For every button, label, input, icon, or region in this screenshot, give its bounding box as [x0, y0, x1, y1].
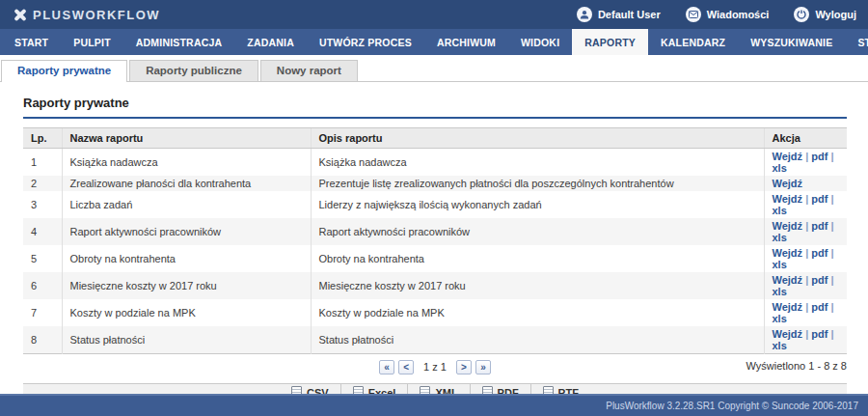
top-bar: PLUSWORKFLOW Default User Wiadomości Wyl…: [0, 0, 868, 29]
action-wejdz-link[interactable]: Wejdź: [773, 193, 803, 205]
app-logo-text: PLUSWORKFLOW: [33, 8, 160, 22]
previous-page-button[interactable]: <: [398, 360, 414, 374]
row-actions-cell: Wejdź | pdf | xls: [764, 245, 847, 272]
action-wejdz-link[interactable]: Wejdź: [773, 151, 803, 162]
action-wejdz-link[interactable]: Wejdź: [773, 247, 803, 259]
title-divider: [23, 117, 847, 119]
nav-item-statystyki[interactable]: STATYSTYKI: [845, 29, 868, 55]
current-user-menu[interactable]: Default User: [577, 7, 661, 22]
table-row: 1Książka nadawczaKsiążka nadawczaWejdź |…: [23, 149, 847, 177]
row-lp-cell: 2: [23, 176, 62, 191]
column-header-opis: Opis raportu: [311, 128, 764, 149]
pagination: « < 1 z 1 > » Wyświetlono 1 - 8 z 8: [23, 354, 847, 379]
row-lp-cell: 5: [23, 245, 62, 272]
row-actions-cell: Wejdź | pdf | xls: [764, 191, 847, 218]
nav-item-widoki[interactable]: WIDOKI: [508, 29, 572, 55]
table-header-row: Lp. Nazwa raportu Opis raportu Akcja: [23, 128, 847, 149]
row-description-cell: Liderzy z największą ilością wykonanych …: [311, 191, 764, 218]
row-lp-cell: 1: [23, 149, 62, 177]
last-page-button[interactable]: »: [475, 360, 491, 374]
action-separator: |: [827, 220, 833, 232]
row-description-cell: Miesięczne koszty w 2017 roku: [311, 272, 764, 299]
column-header-lp: Lp.: [23, 128, 62, 149]
action-xls-link[interactable]: xls: [773, 232, 787, 243]
action-wejdz-link[interactable]: Wejdź: [773, 301, 803, 313]
action-xls-link[interactable]: xls: [773, 259, 787, 270]
tab-nowy-raport[interactable]: Nowy raport: [260, 60, 358, 81]
table-row: 4Raport aktywności pracownikówRaport akt…: [23, 218, 847, 245]
action-xls-link[interactable]: xls: [773, 313, 787, 324]
action-pdf-link[interactable]: pdf: [811, 301, 827, 313]
footer: PlusWorkflow 3.2.28.SR1 Copyright © Sunc…: [0, 394, 868, 416]
row-description-cell: Status płatności: [311, 326, 764, 354]
nav-item-utworz-proces[interactable]: UTWÓRZ PROCES: [307, 29, 424, 55]
action-pdf-link[interactable]: pdf: [811, 220, 827, 232]
row-lp-cell: 6: [23, 272, 62, 299]
column-header-nazwa: Nazwa raportu: [62, 128, 311, 149]
next-page-button[interactable]: >: [456, 360, 472, 374]
row-lp-cell: 7: [23, 299, 62, 326]
report-tabs: Raporty prywatneRaporty publiczneNowy ra…: [0, 55, 868, 82]
row-description-cell: Raport aktywności pracowników: [311, 218, 764, 245]
footer-version-text: PlusWorkflow 3.2.28.SR1 Copyright © Sunc…: [606, 401, 858, 411]
content-area: Raporty prywatne Lp. Nazwa raportu Opis …: [0, 82, 868, 402]
logout-button[interactable]: Wyloguj: [794, 7, 856, 22]
nav-item-zadania[interactable]: ZADANIA: [234, 29, 307, 55]
nav-item-kalendarz[interactable]: KALENDARZ: [648, 29, 738, 55]
action-pdf-link[interactable]: pdf: [811, 274, 827, 286]
action-xls-link[interactable]: xls: [773, 205, 787, 216]
user-icon: [577, 7, 592, 22]
action-wejdz-link[interactable]: Wejdź: [773, 328, 803, 340]
action-separator: |: [802, 328, 811, 340]
action-separator: |: [802, 151, 811, 162]
row-name-cell: Obroty na kontrahenta: [62, 245, 311, 272]
row-name-cell: Status płatności: [62, 326, 311, 354]
nav-item-raporty[interactable]: RAPORTY: [572, 29, 648, 55]
row-lp-cell: 8: [23, 326, 62, 354]
action-pdf-link[interactable]: pdf: [811, 151, 827, 162]
action-separator: |: [827, 151, 833, 162]
row-description-cell: Prezentuje listę zrealizowanych płatnośc…: [311, 176, 764, 191]
table-row: 5Obroty na kontrahentaObroty na kontrahe…: [23, 245, 847, 272]
messages-button[interactable]: Wiadomości: [686, 7, 770, 22]
row-actions-cell: Wejdź | pdf | xls: [764, 272, 847, 299]
nav-item-administracja[interactable]: ADMINISTRACJA: [123, 29, 235, 55]
row-actions-cell: Wejdź | pdf | xls: [764, 149, 847, 177]
messages-label: Wiadomości: [707, 9, 770, 20]
row-description-cell: Książka nadawcza: [311, 149, 764, 177]
nav-item-pulpit[interactable]: PULPIT: [61, 29, 123, 55]
page-indicator: 1 z 1: [423, 361, 447, 373]
action-xls-link[interactable]: xls: [773, 162, 787, 174]
row-name-cell: Koszty w podziale na MPK: [62, 299, 311, 326]
action-pdf-link[interactable]: pdf: [811, 247, 827, 259]
results-summary: Wyświetlono 1 - 8 z 8: [746, 360, 847, 372]
column-header-akcja: Akcja: [764, 128, 847, 149]
action-pdf-link[interactable]: pdf: [811, 328, 827, 340]
action-wejdz-link[interactable]: Wejdź: [773, 220, 803, 232]
nav-item-start[interactable]: START: [2, 29, 61, 55]
action-pdf-link[interactable]: pdf: [811, 193, 827, 205]
action-separator: |: [827, 193, 833, 205]
table-row: 6Miesięczne koszty w 2017 rokuMiesięczne…: [23, 272, 847, 299]
nav-item-wyszukiwanie[interactable]: WYSZUKIWANIE: [738, 29, 845, 55]
action-xls-link[interactable]: xls: [773, 340, 787, 351]
nav-item-archiwum[interactable]: ARCHIWUM: [424, 29, 508, 55]
action-separator: |: [802, 247, 811, 259]
tab-raporty-prywatne[interactable]: Raporty prywatne: [1, 60, 127, 82]
first-page-button[interactable]: «: [379, 360, 394, 374]
row-name-cell: Zrealizowane płaności dla kontrahenta: [62, 176, 311, 191]
row-actions-cell: Wejdź | pdf | xls: [764, 326, 847, 354]
action-wejdz-link[interactable]: Wejdź: [773, 274, 803, 286]
row-lp-cell: 4: [23, 218, 62, 245]
row-name-cell: Liczba zadań: [62, 191, 311, 218]
action-xls-link[interactable]: xls: [773, 286, 787, 297]
action-wejdz-link[interactable]: Wejdź: [773, 178, 803, 189]
action-separator: |: [802, 301, 811, 313]
tab-raporty-publiczne[interactable]: Raporty publiczne: [129, 60, 258, 81]
app-logo: PLUSWORKFLOW: [14, 8, 160, 22]
action-separator: |: [802, 193, 811, 205]
row-name-cell: Miesięczne koszty w 2017 roku: [62, 272, 311, 299]
row-lp-cell: 3: [23, 191, 62, 218]
power-icon: [794, 7, 809, 22]
current-user-label: Default User: [598, 9, 661, 20]
